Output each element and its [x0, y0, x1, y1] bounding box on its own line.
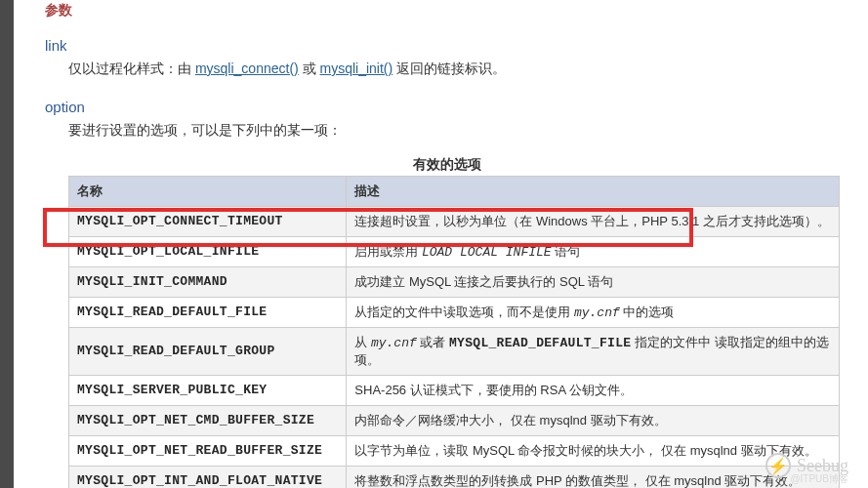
opt-name: MYSQLI_READ_DEFAULT_GROUP	[69, 327, 347, 375]
main-content: 参数 link 仅以过程化样式：由 mysqli_connect() 或 mys…	[14, 0, 868, 488]
link-desc-suffix: 返回的链接标识。	[396, 61, 506, 76]
link-desc-prefix: 仅以过程化样式：由	[68, 61, 191, 76]
params-heading: 参数	[45, 0, 848, 20]
col-desc: 描述	[347, 176, 840, 206]
opt-name: MYSQLI_OPT_NET_CMD_BUFFER_SIZE	[69, 405, 347, 435]
opt-desc: 从指定的文件中读取选项，而不是使用 my.cnf 中的选项	[347, 297, 840, 327]
param-heading-link: link	[45, 37, 848, 54]
table-row: MYSQLI_INIT_COMMAND 成功建立 MySQL 连接之后要执行的 …	[69, 266, 840, 297]
opt-name: MYSQLI_SERVER_PUBLIC_KEY	[69, 375, 347, 405]
opt-desc-em: my.cnf	[371, 336, 417, 350]
opt-desc-pre: 从	[354, 335, 371, 349]
fn-mysqli-connect[interactable]: mysqli_connect()	[195, 61, 299, 76]
opt-desc: 从 my.cnf 或者 MYSQL_READ_DEFAULT_FILE 指定的文…	[347, 327, 840, 375]
opt-name: MYSQLI_OPT_LOCAL_INFILE	[69, 236, 347, 266]
opt-desc: 成功建立 MySQL 连接之后要执行的 SQL 语句	[347, 266, 840, 297]
table-row: MYSQLI_OPT_NET_CMD_BUFFER_SIZE 内部命令／网络缓冲…	[69, 405, 840, 435]
opt-desc-em: my.cnf	[574, 305, 620, 320]
watermark-sub: @ITPUB博客	[790, 472, 848, 486]
opt-desc-pre: 从指定的文件中读取选项，而不是使用	[354, 305, 574, 319]
opt-name: MYSQLI_READ_DEFAULT_FILE	[69, 297, 347, 327]
param-desc-link: 仅以过程化样式：由 mysqli_connect() 或 mysqli_init…	[68, 58, 848, 81]
opt-desc-strong: MYSQL_READ_DEFAULT_FILE	[449, 336, 631, 350]
param-heading-option: option	[45, 99, 848, 115]
opt-name: MYSQLI_OPT_NET_READ_BUFFER_SIZE	[69, 435, 347, 466]
opt-desc-em: LOAD LOCAL INFILE	[422, 245, 552, 260]
opt-desc: 内部命令／网络缓冲大小， 仅在 mysqlnd 驱动下有效。	[347, 405, 840, 435]
col-name: 名称	[69, 176, 347, 206]
fn-mysqli-init[interactable]: mysqli_init()	[320, 61, 393, 76]
link-desc-mid: 或	[303, 61, 320, 76]
table-row: MYSQLI_OPT_LOCAL_INFILE 启用或禁用 LOAD LOCAL…	[69, 236, 840, 266]
opt-desc-post: 语句	[552, 244, 581, 259]
opt-desc-post: 中的选项	[620, 305, 675, 319]
table-row: MYSQLI_READ_DEFAULT_GROUP 从 my.cnf 或者 MY…	[69, 327, 840, 375]
table-row: MYSQLI_READ_DEFAULT_FILE 从指定的文件中读取选项，而不是…	[69, 297, 840, 327]
options-table: 名称 描述 MYSQLI_OPT_CONNECT_TIMEOUT 连接超时设置，…	[68, 176, 840, 488]
param-desc-option: 要进行设置的选项，可以是下列中的某一项：	[68, 119, 848, 142]
opt-name: MYSQLI_OPT_CONNECT_TIMEOUT	[69, 206, 347, 236]
opt-desc: 连接超时设置，以秒为单位（在 Windows 平台上，PHP 5.3.1 之后才…	[347, 206, 840, 236]
opt-desc: SHA-256 认证模式下，要使用的 RSA 公钥文件。	[347, 375, 840, 405]
opt-name: MYSQLI_OPT_INT_AND_FLOAT_NATIVE	[69, 466, 347, 488]
table-row: MYSQLI_OPT_NET_READ_BUFFER_SIZE 以字节为单位，读…	[69, 435, 840, 466]
opt-desc: 启用或禁用 LOAD LOCAL INFILE 语句	[347, 236, 840, 266]
table-caption: 有效的选项	[45, 156, 848, 174]
opt-desc-pre: 启用或禁用	[354, 244, 422, 259]
table-row: MYSQLI_OPT_CONNECT_TIMEOUT 连接超时设置，以秒为单位（…	[69, 206, 840, 236]
table-row: MYSQLI_OPT_INT_AND_FLOAT_NATIVE 将整数和浮点数类…	[69, 466, 840, 488]
opt-desc-mid: 或者	[417, 335, 449, 349]
opt-name: MYSQLI_INIT_COMMAND	[69, 266, 347, 297]
table-row: MYSQLI_SERVER_PUBLIC_KEY SHA-256 认证模式下，要…	[69, 375, 840, 405]
left-gutter	[0, 0, 14, 488]
watermark-icon: ⚡	[765, 453, 791, 478]
